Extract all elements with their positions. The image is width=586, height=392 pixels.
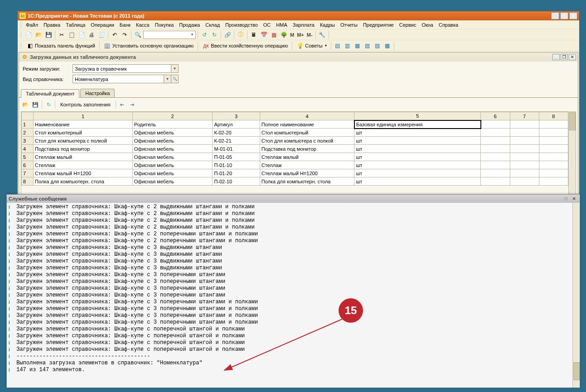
maximize-button[interactable]: □ — [560, 12, 568, 19]
log-line[interactable]: i Загружен элемент справочника: Шкаф-куп… — [9, 326, 578, 333]
log-line[interactable]: i Загружен элемент справочника: Шкаф-куп… — [9, 278, 578, 285]
cell[interactable] — [510, 137, 539, 145]
row-num[interactable]: 6 — [22, 161, 34, 169]
cell[interactable] — [510, 169, 539, 177]
cell[interactable]: П-01-05 — [213, 153, 260, 161]
col-header[interactable]: 3 — [213, 112, 260, 120]
mode-select[interactable]: Загрузка в справочник ▼ — [73, 64, 179, 73]
scrollbar-thumb[interactable] — [569, 112, 576, 130]
sub-maximize-button[interactable]: ❐ — [561, 54, 568, 60]
log-line[interactable]: i --------------------------------------… — [9, 353, 578, 360]
cell[interactable]: Офисная мебель — [132, 161, 213, 169]
undo-icon[interactable]: ↶ — [110, 30, 119, 39]
menu-edit[interactable]: Правка — [41, 21, 63, 29]
log-line[interactable]: i Загружен элемент справочника: Шкаф-куп… — [9, 292, 578, 299]
menu-help[interactable]: Справка — [436, 21, 461, 29]
cell[interactable] — [539, 137, 568, 145]
tips-button[interactable]: 💡 Советы ▾ — [294, 41, 329, 50]
log-pin-button[interactable]: □ — [562, 196, 570, 202]
row-num[interactable]: 5 — [22, 153, 34, 161]
grid-header-names-row[interactable]: 1 Наименование Родитель Артикул Полное н… — [22, 120, 568, 129]
cell[interactable] — [539, 161, 568, 169]
cell[interactable]: шт — [354, 177, 481, 186]
cell-selected[interactable]: Базовая единица измерения — [354, 120, 481, 129]
menu-table[interactable]: Таблица — [63, 21, 88, 29]
cell[interactable]: Полка для компьютерн. стола — [260, 177, 354, 186]
menu-operations[interactable]: Операции — [88, 21, 116, 29]
menu-personnel[interactable]: Кадры — [317, 21, 338, 29]
data-grid[interactable]: 1 2 3 4 5 6 7 8 1 Наименование Родитель … — [21, 112, 568, 186]
table-row[interactable]: 3Стол для компьютера с полкойОфисная меб… — [22, 137, 568, 145]
cell[interactable] — [539, 145, 568, 153]
cell[interactable]: Офисная мебель — [132, 145, 213, 153]
cell[interactable]: Стол компьютерный — [260, 129, 354, 137]
table-row[interactable]: 8Полка для компьютерн. столаОфисная мебе… — [22, 177, 568, 186]
table-row[interactable]: 6СтеллажОфисная мебельП-01-10Стеллажшт — [22, 161, 568, 169]
refresh-icon[interactable]: ↻ — [44, 100, 53, 109]
toolbar-icon-6[interactable]: ▩ — [383, 41, 392, 50]
menu-salary[interactable]: Зарплата — [290, 21, 317, 29]
menu-sale[interactable]: Продажа — [176, 21, 203, 29]
calendar-icon[interactable]: 📅 — [259, 30, 268, 39]
menu-nma[interactable]: НМА — [273, 21, 290, 29]
menu-purchase[interactable]: Покупка — [152, 21, 177, 29]
cut-icon[interactable]: ✂ — [57, 30, 66, 39]
menu-production[interactable]: Производство — [223, 21, 261, 29]
calc-icon[interactable]: 🖩 — [249, 30, 258, 39]
cell[interactable]: Офисная мебель — [132, 137, 213, 145]
scrollbar-thumb[interactable] — [573, 362, 580, 380]
titlebar[interactable]: 1c 1С:Предприятие - Новая Тестовая (с 20… — [18, 11, 579, 20]
cell[interactable] — [481, 120, 510, 129]
m-plus-icon[interactable]: M+ — [296, 32, 305, 38]
sub-close-button[interactable]: ✕ — [569, 54, 576, 60]
info-icon[interactable]: ⓘ — [236, 30, 245, 39]
col-header[interactable]: 6 — [481, 112, 510, 120]
redo-icon[interactable]: ↷ — [120, 30, 129, 39]
cell[interactable] — [481, 177, 510, 186]
log-line[interactable]: i Загружен элемент справочника: Шкаф-куп… — [9, 265, 578, 272]
col-header[interactable]: 7 — [510, 112, 539, 120]
search-field[interactable]: ▼ — [143, 31, 196, 39]
new-file-icon[interactable]: 📄 — [24, 30, 33, 39]
cell[interactable]: Стеллаж малый — [34, 153, 133, 161]
cell[interactable]: Полное наименование — [260, 120, 354, 129]
menu-reports[interactable]: Отчеты — [338, 21, 360, 29]
cell[interactable]: Офисная мебель — [132, 153, 213, 161]
table-row[interactable]: 2Стол компьютерныйОфисная мебельК-02-20С… — [22, 129, 568, 137]
log-line[interactable]: i Загружен элемент справочника: Шкаф-куп… — [9, 251, 578, 258]
m-icon[interactable]: M — [289, 32, 295, 38]
log-line[interactable]: i 147 из 147 элементов. — [9, 367, 578, 373]
cell[interactable]: шт — [354, 137, 481, 145]
cell[interactable]: П-01-10 — [213, 161, 260, 169]
log-scrollbar[interactable] — [572, 203, 580, 387]
log-line[interactable]: i Загружен элемент справочника: Шкаф-куп… — [9, 319, 578, 326]
log-line[interactable]: i Загружен элемент справочника: Шкаф-куп… — [9, 204, 578, 210]
copy-icon[interactable]: 📋 — [67, 30, 76, 39]
cell[interactable] — [539, 120, 568, 129]
log-line[interactable]: i Загружен элемент справочника: Шкаф-куп… — [9, 346, 578, 353]
search-icon[interactable]: 🔍 — [133, 30, 142, 39]
export-icon[interactable]: ⇥ — [128, 100, 137, 109]
col-header[interactable]: 2 — [132, 112, 213, 120]
tree-icon[interactable]: 🌳 — [279, 30, 288, 39]
cell[interactable]: Стол для компьютера с полкой — [34, 137, 133, 145]
menu-warehouse[interactable]: Склад — [203, 21, 223, 29]
table-row[interactable]: 5Стеллаж малыйОфисная мебельП-01-05Стелл… — [22, 153, 568, 161]
log-line[interactable]: i Загружен элемент справочника: Шкаф-куп… — [9, 272, 578, 278]
cell[interactable]: шт — [354, 153, 481, 161]
ref-select[interactable]: Номенклатура ▼ 🔍 — [73, 75, 179, 83]
cell[interactable] — [510, 129, 539, 137]
cell[interactable]: Родитель — [132, 120, 213, 129]
cell[interactable]: Стеллаж малый — [260, 153, 354, 161]
subwindow-titlebar[interactable]: ⚙ Загрузка данных из табличного документ… — [19, 53, 578, 62]
sub-minimize-button[interactable]: _ — [552, 54, 560, 60]
menu-cash[interactable]: Касса — [133, 21, 152, 29]
table-row[interactable]: 4Подставка под мониторОфисная мебельМ-01… — [22, 145, 568, 153]
log-line[interactable]: i Загружен элемент справочника: Шкаф-куп… — [9, 339, 578, 346]
cell[interactable] — [539, 169, 568, 177]
m-minus-icon[interactable]: M- — [306, 32, 314, 38]
close-button[interactable]: ✕ — [569, 12, 577, 19]
col-header[interactable]: 4 — [260, 112, 354, 120]
cell[interactable] — [539, 177, 568, 186]
grid-icon[interactable]: ▦ — [269, 30, 278, 39]
